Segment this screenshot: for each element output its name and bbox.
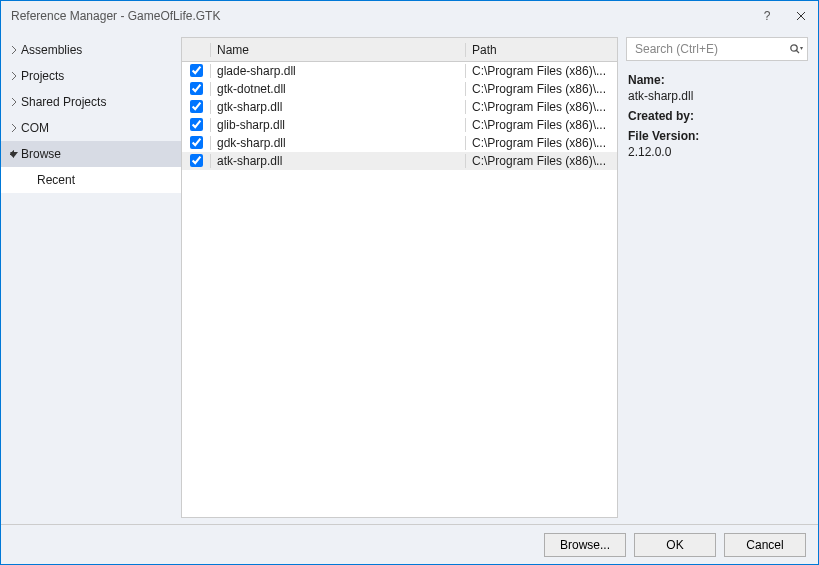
svg-point-0 <box>791 45 797 51</box>
sidebar-sub-label: Recent <box>37 173 75 187</box>
titlebar: Reference Manager - GameOfLife.GTK ? <box>1 1 818 31</box>
row-name: glib-sharp.dll <box>210 118 465 132</box>
ok-button[interactable]: OK <box>634 533 716 557</box>
browse-button[interactable]: Browse... <box>544 533 626 557</box>
row-checkbox[interactable] <box>190 136 203 149</box>
sidebar-sub-recent[interactable]: Recent <box>1 167 181 193</box>
close-button[interactable] <box>784 1 818 31</box>
row-name: gtk-dotnet.dll <box>210 82 465 96</box>
table-row[interactable]: gtk-dotnet.dll C:\Program Files (x86)\..… <box>182 80 617 98</box>
row-checkbox[interactable] <box>190 64 203 77</box>
sidebar-label: Shared Projects <box>21 95 106 109</box>
row-name: atk-sharp.dll <box>210 154 465 168</box>
reference-grid: Name Path glade-sharp.dll C:\Program Fil… <box>181 37 618 518</box>
cancel-button[interactable]: Cancel <box>724 533 806 557</box>
row-path: C:\Program Files (x86)\... <box>465 118 617 132</box>
grid-header: Name Path <box>182 38 617 62</box>
row-checkbox[interactable] <box>190 154 203 167</box>
details-name-value: atk-sharp.dll <box>628 89 808 103</box>
close-icon <box>796 11 806 21</box>
row-checkbox[interactable] <box>190 118 203 131</box>
chevron-right-icon <box>7 98 21 106</box>
grid-body: glade-sharp.dll C:\Program Files (x86)\.… <box>182 62 617 517</box>
row-name: gdk-sharp.dll <box>210 136 465 150</box>
help-button[interactable]: ? <box>750 1 784 31</box>
row-name: glade-sharp.dll <box>210 64 465 78</box>
details-version-value: 2.12.0.0 <box>628 145 808 159</box>
right-pane: Name: atk-sharp.dll Created by: File Ver… <box>618 31 818 524</box>
search-box[interactable] <box>626 37 808 61</box>
table-row[interactable]: glib-sharp.dll C:\Program Files (x86)\..… <box>182 116 617 134</box>
column-header-name[interactable]: Name <box>210 43 465 57</box>
details-panel: Name: atk-sharp.dll Created by: File Ver… <box>626 71 808 165</box>
details-createdby-label: Created by: <box>628 109 808 123</box>
row-path: C:\Program Files (x86)\... <box>465 136 617 150</box>
sidebar: Assemblies Projects Shared Projects COM … <box>1 31 181 524</box>
details-version-label: File Version: <box>628 129 808 143</box>
sidebar-item-com[interactable]: COM <box>1 115 181 141</box>
row-path: C:\Program Files (x86)\... <box>465 154 617 168</box>
table-row[interactable]: gtk-sharp.dll C:\Program Files (x86)\... <box>182 98 617 116</box>
sidebar-label: Browse <box>21 147 61 161</box>
chevron-right-icon <box>7 46 21 54</box>
row-checkbox[interactable] <box>190 100 203 113</box>
table-row[interactable]: gdk-sharp.dll C:\Program Files (x86)\... <box>182 134 617 152</box>
sidebar-item-shared-projects[interactable]: Shared Projects <box>1 89 181 115</box>
table-row[interactable]: atk-sharp.dll C:\Program Files (x86)\... <box>182 152 617 170</box>
chevron-right-icon <box>7 72 21 80</box>
column-header-path[interactable]: Path <box>465 43 617 57</box>
footer: Browse... OK Cancel <box>1 524 818 564</box>
chevron-right-icon <box>7 124 21 132</box>
row-path: C:\Program Files (x86)\... <box>465 82 617 96</box>
sidebar-item-projects[interactable]: Projects <box>1 63 181 89</box>
row-checkbox[interactable] <box>190 82 203 95</box>
chevron-down-icon <box>7 150 21 158</box>
row-name: gtk-sharp.dll <box>210 100 465 114</box>
table-row[interactable]: glade-sharp.dll C:\Program Files (x86)\.… <box>182 62 617 80</box>
sidebar-item-assemblies[interactable]: Assemblies <box>1 37 181 63</box>
sidebar-item-browse[interactable]: Browse <box>1 141 181 167</box>
row-path: C:\Program Files (x86)\... <box>465 100 617 114</box>
sidebar-label: COM <box>21 121 49 135</box>
row-path: C:\Program Files (x86)\... <box>465 64 617 78</box>
svg-line-1 <box>797 51 800 54</box>
details-name-label: Name: <box>628 73 808 87</box>
main-area: Assemblies Projects Shared Projects COM … <box>1 31 818 524</box>
sidebar-label: Projects <box>21 69 64 83</box>
sidebar-label: Assemblies <box>21 43 82 57</box>
window-title: Reference Manager - GameOfLife.GTK <box>11 9 750 23</box>
search-icon[interactable] <box>785 43 803 55</box>
search-input[interactable] <box>635 42 785 56</box>
